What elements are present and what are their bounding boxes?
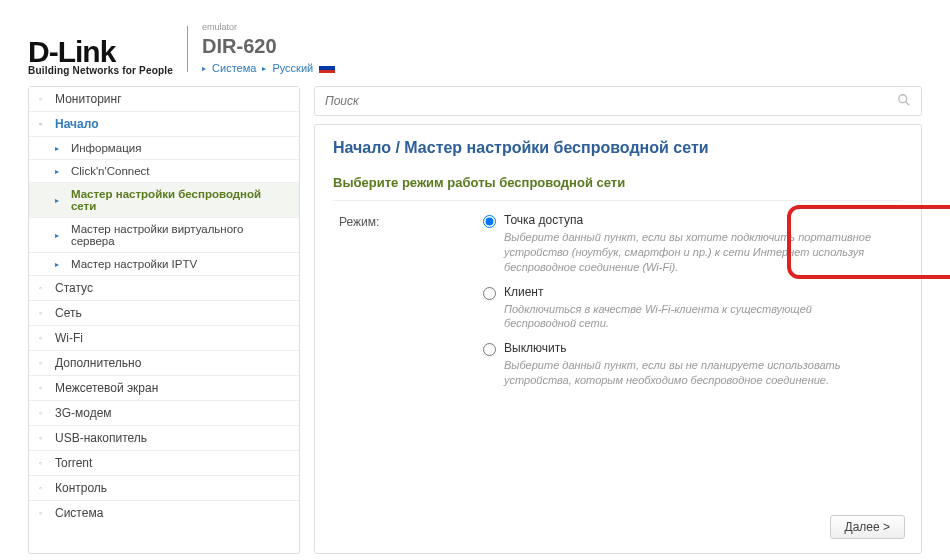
logo-main-text: D-Link xyxy=(28,38,173,65)
section-title: Выберите режим работы беспроводной сети xyxy=(333,175,903,190)
chevron-icon xyxy=(39,433,47,443)
search-icon[interactable] xyxy=(897,93,911,110)
sidebar-item[interactable]: Сеть xyxy=(29,301,299,326)
chevron-icon xyxy=(39,408,47,418)
sidebar-item-label: Контроль xyxy=(55,481,107,495)
sidebar-item-label: Мастер настройки IPTV xyxy=(71,258,197,270)
mode-label: Режим: xyxy=(339,213,459,229)
mode-option-label: Точка доступа xyxy=(504,213,884,227)
svg-point-0 xyxy=(899,94,907,102)
mode-option-desc: Выберите данный пункт, если вы хотите по… xyxy=(504,230,884,275)
mode-option-label: Клиент xyxy=(504,285,884,299)
triangle-icon: ▸ xyxy=(262,64,266,73)
mode-option-desc: Подключиться в качестве Wi-Fi-клиента к … xyxy=(504,302,884,332)
sidebar-item-label: Сеть xyxy=(55,306,82,320)
sidebar-item[interactable]: Начало xyxy=(29,112,299,137)
bullet-icon xyxy=(55,144,63,153)
logo: D-Link Building Networks for People xyxy=(28,38,173,76)
sidebar-item-label: Информация xyxy=(71,142,141,154)
model-block: emulator DIR-620 ▸ Система ▸ Русский xyxy=(202,22,335,76)
chevron-icon xyxy=(39,483,47,493)
chevron-icon xyxy=(39,508,47,518)
chevron-icon xyxy=(39,283,47,293)
sidebar-item-label: Дополнительно xyxy=(55,356,141,370)
sidebar-subitem[interactable]: Информация xyxy=(29,137,299,160)
flag-ru-icon xyxy=(319,63,335,73)
chevron-icon xyxy=(39,94,47,104)
sidebar-item-label: Начало xyxy=(55,117,98,131)
sidebar-item[interactable]: Контроль xyxy=(29,476,299,501)
model-name: DIR-620 xyxy=(202,35,335,58)
sidebar-subitem[interactable]: Click'n'Connect xyxy=(29,160,299,183)
divider xyxy=(333,200,903,201)
sidebar-item-label: USB-накопитель xyxy=(55,431,147,445)
sidebar-subitem[interactable]: Мастер настройки IPTV xyxy=(29,253,299,276)
search-input[interactable] xyxy=(325,94,897,108)
sidebar-item-label: Wi-Fi xyxy=(55,331,83,345)
sidebar-item-label: Система xyxy=(55,506,103,520)
mode-option[interactable]: КлиентПодключиться в качестве Wi-Fi-клие… xyxy=(483,285,903,332)
chevron-icon xyxy=(39,458,47,468)
mode-option[interactable]: ВыключитьВыберите данный пункт, если вы … xyxy=(483,341,903,388)
main-area: Начало / Мастер настройки беспроводной с… xyxy=(314,86,922,554)
chevron-icon xyxy=(39,308,47,318)
mode-option[interactable]: Точка доступаВыберите данный пункт, если… xyxy=(483,213,903,275)
sidebar-item-label: Статус xyxy=(55,281,93,295)
mode-option-label: Выключить xyxy=(504,341,884,355)
bullet-icon xyxy=(55,196,63,205)
link-system[interactable]: Система xyxy=(212,62,256,74)
sidebar-item-label: Мастер настройки виртуального сервера xyxy=(71,223,289,247)
sidebar-item[interactable]: Torrent xyxy=(29,451,299,476)
breadcrumb: Начало / Мастер настройки беспроводной с… xyxy=(333,139,903,157)
bullet-icon xyxy=(55,167,63,176)
mode-radio[interactable] xyxy=(483,287,496,300)
svg-line-1 xyxy=(906,101,910,105)
sidebar: МониторингНачалоИнформацияClick'n'Connec… xyxy=(28,86,300,554)
sidebar-item[interactable]: USB-накопитель xyxy=(29,426,299,451)
mode-option-desc: Выберите данный пункт, если вы не планир… xyxy=(504,358,884,388)
chevron-icon xyxy=(39,333,47,343)
triangle-icon: ▸ xyxy=(202,64,206,73)
next-button[interactable]: Далее > xyxy=(830,515,906,539)
bullet-icon xyxy=(55,231,63,240)
sidebar-item[interactable]: Мониторинг xyxy=(29,87,299,112)
sidebar-subitem[interactable]: Мастер настройки виртуального сервера xyxy=(29,218,299,253)
mode-radio[interactable] xyxy=(483,215,496,228)
sidebar-item[interactable]: 3G-модем xyxy=(29,401,299,426)
sidebar-item-label: Мониторинг xyxy=(55,92,122,106)
mode-options: Точка доступаВыберите данный пункт, если… xyxy=(483,213,903,398)
sidebar-item-label: Torrent xyxy=(55,456,92,470)
sidebar-item[interactable]: Wi-Fi xyxy=(29,326,299,351)
bullet-icon xyxy=(55,260,63,269)
sidebar-item-label: Click'n'Connect xyxy=(71,165,150,177)
sidebar-item-label: 3G-модем xyxy=(55,406,112,420)
chevron-icon xyxy=(39,383,47,393)
mode-radio[interactable] xyxy=(483,343,496,356)
sidebar-item[interactable]: Система xyxy=(29,501,299,525)
content-panel: Начало / Мастер настройки беспроводной с… xyxy=(314,124,922,554)
sidebar-item-label: Мастер настройки беспроводной сети xyxy=(71,188,289,212)
sidebar-item[interactable]: Межсетевой экран xyxy=(29,376,299,401)
link-language[interactable]: Русский xyxy=(272,62,313,74)
header: D-Link Building Networks for People emul… xyxy=(28,22,922,76)
chevron-icon xyxy=(39,358,47,368)
sidebar-item[interactable]: Статус xyxy=(29,276,299,301)
sidebar-subitem[interactable]: Мастер настройки беспроводной сети xyxy=(29,183,299,218)
emulator-label: emulator xyxy=(202,22,335,32)
search-bar[interactable] xyxy=(314,86,922,116)
vertical-divider xyxy=(187,26,188,72)
sidebar-item-label: Межсетевой экран xyxy=(55,381,158,395)
logo-sub-text: Building Networks for People xyxy=(28,65,173,76)
chevron-icon xyxy=(39,119,47,129)
sidebar-item[interactable]: Дополнительно xyxy=(29,351,299,376)
